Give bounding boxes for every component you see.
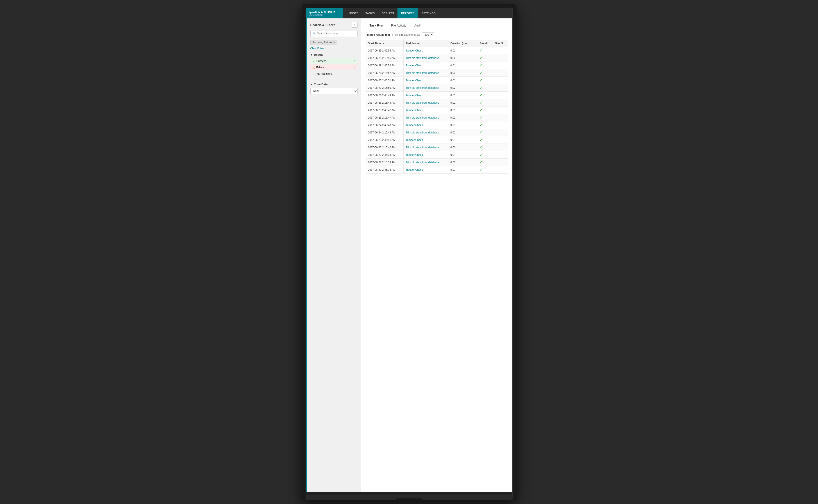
tab-audit[interactable]: Audit: [410, 22, 425, 29]
cell-task-name[interactable]: Tamper Check: [403, 106, 448, 114]
filter-tag-success-failure[interactable]: Success, Failure ✕: [310, 40, 337, 45]
timedate-section-header[interactable]: ▼ Time/Date: [310, 83, 358, 86]
search-input[interactable]: [310, 30, 358, 37]
cell-task-name[interactable]: Tamper Check: [403, 92, 448, 99]
filter-no-transfers[interactable]: — No Transfers: [310, 71, 358, 77]
cell-task-name[interactable]: Trim old stats from database: [403, 114, 448, 121]
task-name-link[interactable]: Tamper Check: [406, 64, 423, 67]
cell-duration: 0:02: [448, 99, 477, 106]
cell-task-name[interactable]: Trim old stats from database: [403, 84, 448, 92]
cell-result: ✓: [477, 144, 492, 151]
sidebar-title: Search & Filters: [310, 23, 335, 27]
table-row[interactable]: 2017-06-27 2:15:50 AMTrim old stats from…: [366, 84, 508, 92]
cell-task-name[interactable]: Tamper Check: [403, 47, 448, 54]
table-row[interactable]: 2017-06-21 2:45:36 AMTamper Check0:01✓: [366, 166, 508, 174]
cell-start-time: 2017-06-25 2:15:47 AM: [366, 114, 403, 121]
cell-start-time: 2017-06-29 2:15:56 AM: [366, 54, 403, 62]
table-row[interactable]: 2017-06-24 2:45:43 AMTamper Check0:01✓: [366, 121, 508, 129]
table-row[interactable]: 2017-06-29 2:45:56 AMTamper Check0:01✓: [366, 47, 508, 54]
table-row[interactable]: 2017-06-25 2:15:47 AMTrim old stats from…: [366, 114, 508, 121]
limit-select[interactable]: 100 50 200: [422, 32, 434, 37]
nav-scripts[interactable]: SCRIPTS: [378, 8, 398, 18]
col-files[interactable]: Files S: [492, 40, 508, 47]
tabs-bar: Task Run File Activity Audit: [366, 22, 508, 29]
task-name-link[interactable]: Trim old stats from database: [406, 86, 439, 89]
task-name-link[interactable]: Tamper Check: [406, 49, 423, 52]
cell-duration: 0:01: [448, 136, 477, 144]
cell-start-time: 2017-06-28 2:45:52 AM: [366, 62, 403, 69]
clear-filters-link[interactable]: Clear Filters: [310, 47, 358, 50]
task-name-link[interactable]: Tamper Check: [406, 79, 423, 82]
cell-task-name[interactable]: Tamper Check: [403, 151, 448, 159]
task-name-link[interactable]: Tamper Check: [406, 168, 423, 171]
table-row[interactable]: 2017-06-24 2:15:43 AMTrim old stats from…: [366, 129, 508, 136]
table-row[interactable]: 2017-06-22 2:15:38 AMTrim old stats from…: [366, 159, 508, 166]
col-result[interactable]: Result: [477, 40, 492, 47]
col-start-time[interactable]: Start Time ▼: [366, 40, 403, 47]
nav-tasks[interactable]: TASKS: [362, 8, 378, 18]
nav-settings[interactable]: SETTINGS: [418, 8, 439, 18]
table-row[interactable]: 2017-06-26 2:45:49 AMTamper Check0:01✓: [366, 92, 508, 99]
cell-start-time: 2017-06-26 2:15:49 AM: [366, 99, 403, 106]
cell-files: [492, 92, 508, 99]
cell-task-name[interactable]: Tamper Check: [403, 121, 448, 129]
tab-task-run[interactable]: Task Run: [366, 22, 387, 29]
task-name-link[interactable]: Trim old stats from database: [406, 161, 439, 164]
cell-task-name[interactable]: Trim old stats from database: [403, 54, 448, 62]
cell-files: [492, 69, 508, 77]
cell-duration: 0:02: [448, 114, 477, 121]
task-name-link[interactable]: Trim old stats from database: [406, 116, 439, 119]
filter-failure[interactable]: △ Failure ✓: [310, 64, 358, 70]
task-name-link[interactable]: Trim old stats from database: [406, 101, 439, 104]
cell-files: [492, 144, 508, 151]
col-duration[interactable]: Duration (mm:...: [448, 40, 477, 47]
task-name-link[interactable]: Tamper Check: [406, 138, 423, 142]
result-check-icon: ✓: [479, 153, 482, 157]
remove-filter-icon[interactable]: ✕: [333, 41, 335, 44]
cell-result: ✓: [477, 114, 492, 121]
table-row[interactable]: 2017-06-23 2:15:40 AMTrim old stats from…: [366, 144, 508, 151]
timedate-select[interactable]: None Today Yesterday Last 7 days Last 30…: [310, 88, 358, 94]
nav-hosts[interactable]: HOSTS: [346, 8, 362, 18]
nav-reports[interactable]: REPORTS: [397, 8, 418, 18]
result-chevron-icon: ▼: [310, 53, 313, 56]
result-check-icon: ✓: [479, 56, 482, 60]
cell-files: [492, 54, 508, 62]
tab-file-activity[interactable]: File Activity: [387, 22, 410, 29]
table-row[interactable]: 2017-06-26 2:15:49 AMTrim old stats from…: [366, 99, 508, 106]
table-row[interactable]: 2017-06-28 2:45:52 AMTamper Check0:01✓: [366, 62, 508, 69]
task-name-link[interactable]: Tamper Check: [406, 153, 423, 156]
cell-task-name[interactable]: Trim old stats from database: [403, 159, 448, 166]
cell-task-name[interactable]: Trim old stats from database: [403, 129, 448, 136]
cell-task-name[interactable]: Trim old stats from database: [403, 99, 448, 106]
task-name-link[interactable]: Trim old stats from database: [406, 57, 439, 60]
task-name-link[interactable]: Tamper Check: [406, 94, 423, 97]
cell-task-name[interactable]: Tamper Check: [403, 136, 448, 144]
col-task-name[interactable]: Task Name: [403, 40, 448, 47]
result-section-header[interactable]: ▼ Result: [310, 53, 358, 56]
table-row[interactable]: 2017-06-29 2:15:56 AMTrim old stats from…: [366, 54, 508, 62]
cell-duration: 0:01: [448, 47, 477, 54]
cell-task-name[interactable]: Tamper Check: [403, 62, 448, 69]
task-name-link[interactable]: Tamper Check: [406, 124, 423, 127]
table-row[interactable]: 2017-06-22 2:45:38 AMTamper Check0:01✓: [366, 151, 508, 159]
laptop-base: [306, 495, 513, 500]
table-row[interactable]: 2017-06-25 2:45:47 AMTamper Check0:01✓: [366, 106, 508, 114]
task-name-link[interactable]: Tamper Check: [406, 109, 423, 112]
cell-task-name[interactable]: Trim old stats from database: [403, 69, 448, 77]
table-row[interactable]: 2017-06-23 2:45:41 AMTamper Check0:01✓: [366, 136, 508, 144]
laptop-bottom: [306, 492, 512, 495]
collapse-sidebar-button[interactable]: <: [352, 22, 358, 28]
task-name-link[interactable]: Trim old stats from database: [406, 146, 439, 149]
cell-task-name[interactable]: Tamper Check: [403, 77, 448, 84]
filter-success[interactable]: ✓ Success ✓: [310, 58, 358, 64]
table-row[interactable]: 2017-06-27 2:45:51 AMTamper Check0:01✓: [366, 77, 508, 84]
search-box: 🔍: [310, 30, 358, 37]
task-name-link[interactable]: Trim old stats from database: [406, 131, 439, 134]
task-name-link[interactable]: Trim old stats from database: [406, 71, 439, 75]
cell-start-time: 2017-06-22 2:15:38 AM: [366, 159, 403, 166]
table-row[interactable]: 2017-06-28 2:15:52 AMTrim old stats from…: [366, 69, 508, 77]
cell-task-name[interactable]: Trim old stats from database: [403, 144, 448, 151]
cell-task-name[interactable]: Tamper Check: [403, 166, 448, 174]
result-check-icon: ✓: [479, 101, 482, 105]
